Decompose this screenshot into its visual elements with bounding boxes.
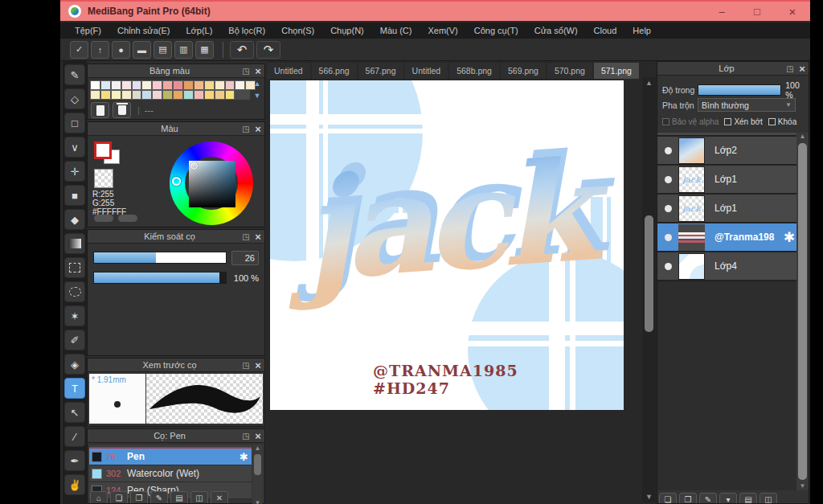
menu-item[interactable]: Xem(V) bbox=[420, 26, 465, 35]
color-swatch[interactable] bbox=[90, 80, 100, 90]
tool-button[interactable]: ✒ bbox=[64, 450, 85, 471]
gear-icon[interactable]: ✱ bbox=[784, 229, 795, 246]
close-icon[interactable]: × bbox=[796, 63, 809, 75]
color-swatch[interactable] bbox=[152, 80, 162, 90]
layer-footer-button[interactable]: ❐ bbox=[679, 493, 697, 503]
menu-item[interactable]: Chụp(N) bbox=[322, 26, 372, 35]
layer-footer-button[interactable]: ✎ bbox=[699, 493, 717, 503]
toolbar-button[interactable]: ✓ bbox=[70, 41, 88, 59]
scrollbar-thumb[interactable] bbox=[254, 454, 261, 475]
color-swatch[interactable] bbox=[90, 90, 100, 100]
tool-button[interactable]: ✎ bbox=[64, 64, 85, 85]
color-swatch[interactable] bbox=[100, 90, 111, 100]
layer-row[interactable]: jack Lớp1 ✱ bbox=[657, 195, 796, 223]
tool-button[interactable]: ◈ bbox=[64, 354, 85, 375]
close-icon[interactable]: × bbox=[252, 231, 264, 243]
document-tab[interactable]: 567.png bbox=[358, 63, 403, 79]
color-swatch[interactable] bbox=[141, 90, 152, 100]
scrollbar-thumb[interactable] bbox=[645, 215, 653, 332]
color-swatch[interactable] bbox=[141, 80, 152, 90]
color-swatch[interactable] bbox=[235, 80, 245, 90]
scrollbar-thumb[interactable] bbox=[798, 143, 807, 480]
color-swatch[interactable] bbox=[111, 80, 121, 90]
sv-cursor[interactable] bbox=[190, 162, 198, 170]
document-tab[interactable]: 568b.png bbox=[449, 63, 499, 79]
menu-item[interactable]: Help bbox=[624, 26, 659, 35]
color-swatch[interactable] bbox=[204, 90, 215, 100]
menu-item[interactable]: Chọn(S) bbox=[273, 26, 322, 35]
palette-scroll-down-icon[interactable]: ▼ bbox=[254, 92, 261, 100]
gear-icon[interactable]: ✱ bbox=[240, 451, 248, 463]
color-swatch[interactable] bbox=[152, 90, 162, 100]
brush-footer-button[interactable]: ▤ bbox=[170, 491, 188, 503]
color-swatch[interactable] bbox=[194, 90, 204, 100]
menu-item[interactable]: Chỉnh sửa(E) bbox=[109, 26, 178, 35]
color-swatch[interactable] bbox=[225, 90, 235, 100]
protect-alpha-checkbox[interactable]: Bảo vệ alpha bbox=[662, 117, 719, 126]
tool-button[interactable]: ↖ bbox=[64, 402, 85, 423]
toolbar-button[interactable]: ▬ bbox=[133, 41, 151, 59]
popout-icon[interactable]: ◳ bbox=[240, 232, 252, 241]
tool-button[interactable]: ✐ bbox=[64, 330, 85, 350]
undo-button[interactable]: ↶ bbox=[230, 41, 254, 59]
document-tab[interactable]: 571.png bbox=[594, 63, 639, 79]
layer-visibility-icon[interactable] bbox=[665, 205, 672, 212]
color-swatch[interactable] bbox=[183, 90, 194, 100]
delete-palette-color-button[interactable] bbox=[113, 102, 131, 118]
layer-row[interactable]: jack Lớp1 ✱ bbox=[657, 166, 796, 195]
tool-button[interactable]: ◇ bbox=[64, 88, 85, 109]
popout-icon[interactable]: ◳ bbox=[240, 67, 252, 76]
add-palette-color-button[interactable] bbox=[91, 102, 109, 118]
toolbar-button[interactable]: ▦ bbox=[195, 41, 214, 59]
toolbar-button[interactable]: ▥ bbox=[174, 41, 193, 59]
scroll-down-icon[interactable]: ▼ bbox=[800, 482, 806, 490]
color-wheel[interactable] bbox=[170, 141, 253, 225]
tool-button[interactable] bbox=[64, 281, 85, 302]
tool-button[interactable]: ✶ bbox=[64, 305, 85, 326]
popout-icon[interactable]: ◳ bbox=[240, 432, 252, 440]
layer-footer-button[interactable]: ❏ bbox=[659, 493, 677, 503]
brush-footer-button[interactable]: ❏ bbox=[110, 491, 128, 503]
color-swatch[interactable] bbox=[204, 80, 215, 90]
layer-opacity-slider[interactable] bbox=[698, 84, 781, 96]
tool-button[interactable]: ∕ bbox=[64, 426, 85, 447]
tool-button[interactable]: ◆ bbox=[64, 209, 85, 230]
layer-visibility-icon[interactable] bbox=[665, 147, 672, 154]
menu-item[interactable]: Công cụ(T) bbox=[466, 26, 526, 35]
layer-footer-button[interactable]: ◫ bbox=[760, 493, 777, 503]
color-swatch[interactable] bbox=[173, 90, 183, 100]
layer-visibility-icon[interactable] bbox=[665, 263, 672, 270]
layer-list-scrollbar[interactable]: ▲ ▼ bbox=[796, 133, 809, 490]
close-icon[interactable]: × bbox=[252, 65, 264, 77]
clipping-checkbox[interactable]: Xén bớt bbox=[724, 117, 762, 126]
layer-row[interactable]: @Tranma198 ✱ bbox=[657, 223, 796, 252]
color-option-button[interactable] bbox=[94, 215, 113, 222]
brush-opacity-slider[interactable] bbox=[93, 272, 227, 284]
layer-row[interactable]: Lớp4 ✱ bbox=[657, 252, 796, 281]
document-tab[interactable]: 566.png bbox=[312, 63, 357, 79]
brush-footer-button[interactable]: ❐ bbox=[130, 491, 148, 503]
color-swatch[interactable] bbox=[162, 80, 173, 90]
color-swatch[interactable] bbox=[121, 80, 132, 90]
tool-button[interactable] bbox=[64, 257, 85, 278]
brush-footer-button[interactable]: ⌂ bbox=[90, 491, 108, 503]
color-swatch[interactable] bbox=[194, 80, 204, 90]
palette-scroll-up-icon[interactable]: ▲ bbox=[254, 80, 261, 88]
drawing-canvas[interactable]: jack jack @TRANMA1985 #HD247 bbox=[270, 80, 624, 410]
color-swatch[interactable] bbox=[162, 90, 173, 100]
scroll-up-icon[interactable]: ▲ bbox=[800, 133, 806, 141]
layer-footer-button[interactable]: ▤ bbox=[739, 493, 757, 503]
document-tab[interactable]: Untitled bbox=[267, 63, 310, 79]
brush-size-slider[interactable] bbox=[93, 252, 227, 264]
color-swatch[interactable] bbox=[132, 80, 142, 90]
brush-footer-button[interactable]: ✎ bbox=[150, 491, 168, 503]
brush-footer-button[interactable]: ◫ bbox=[190, 491, 208, 503]
document-tab[interactable]: Untitled bbox=[405, 63, 448, 79]
tool-button[interactable] bbox=[64, 233, 85, 254]
color-swatch[interactable] bbox=[111, 90, 121, 100]
color-swatch[interactable] bbox=[132, 90, 142, 100]
maximize-button[interactable]: □ bbox=[739, 2, 775, 21]
transparent-color-swatch[interactable] bbox=[94, 169, 113, 188]
close-icon[interactable]: × bbox=[252, 359, 264, 371]
toolbar-button[interactable]: ↑ bbox=[91, 41, 109, 59]
